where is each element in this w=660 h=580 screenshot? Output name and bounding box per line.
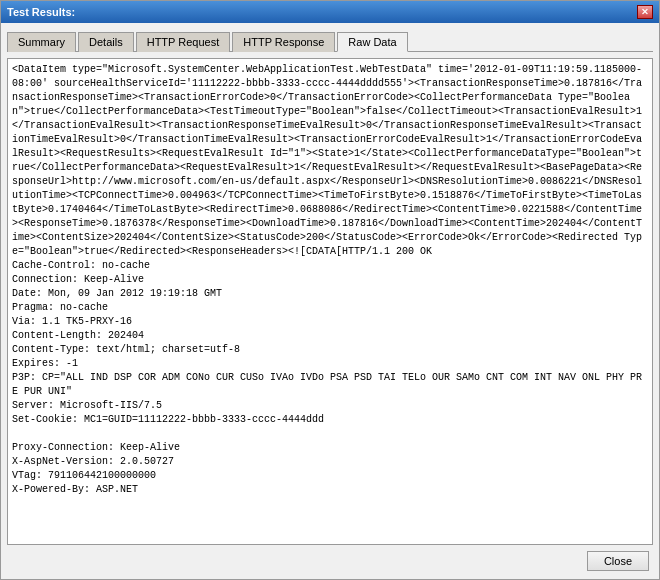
raw-data-text[interactable]: <DataItem type="Microsoft.SystemCenter.W… [8, 59, 652, 544]
title-bar: Test Results: ✕ [1, 1, 659, 23]
title-bar-controls: ✕ [637, 5, 653, 19]
tab-raw-data[interactable]: Raw Data [337, 32, 407, 52]
main-window: Test Results: ✕ Summary Details HTTP Req… [0, 0, 660, 580]
tabs-container: Summary Details HTTP Request HTTP Respon… [7, 29, 653, 52]
window-title: Test Results: [7, 6, 75, 18]
close-window-button[interactable]: ✕ [637, 5, 653, 19]
close-button[interactable]: Close [587, 551, 649, 571]
tab-details[interactable]: Details [78, 32, 134, 52]
bottom-bar: Close [7, 545, 653, 573]
tab-http-request[interactable]: HTTP Request [136, 32, 231, 52]
tab-summary[interactable]: Summary [7, 32, 76, 52]
raw-data-content-area: <DataItem type="Microsoft.SystemCenter.W… [7, 58, 653, 545]
tab-http-response[interactable]: HTTP Response [232, 32, 335, 52]
window-content: Summary Details HTTP Request HTTP Respon… [1, 23, 659, 579]
